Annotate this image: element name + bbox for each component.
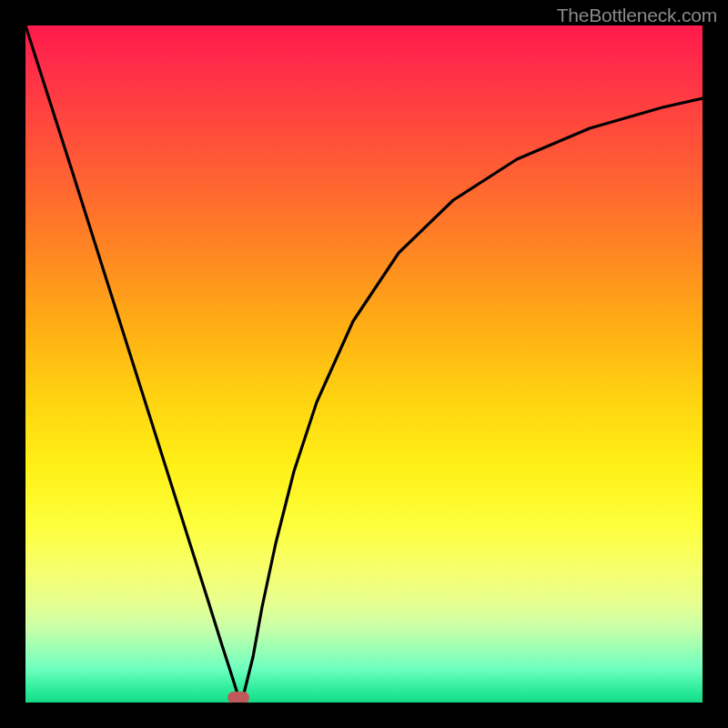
plot-area [25,25,703,703]
watermark-text: TheBottleneck.com [557,5,717,26]
optimal-marker [228,692,249,703]
chart-frame: TheBottleneck.com [0,0,728,728]
bottleneck-curve [25,25,703,703]
